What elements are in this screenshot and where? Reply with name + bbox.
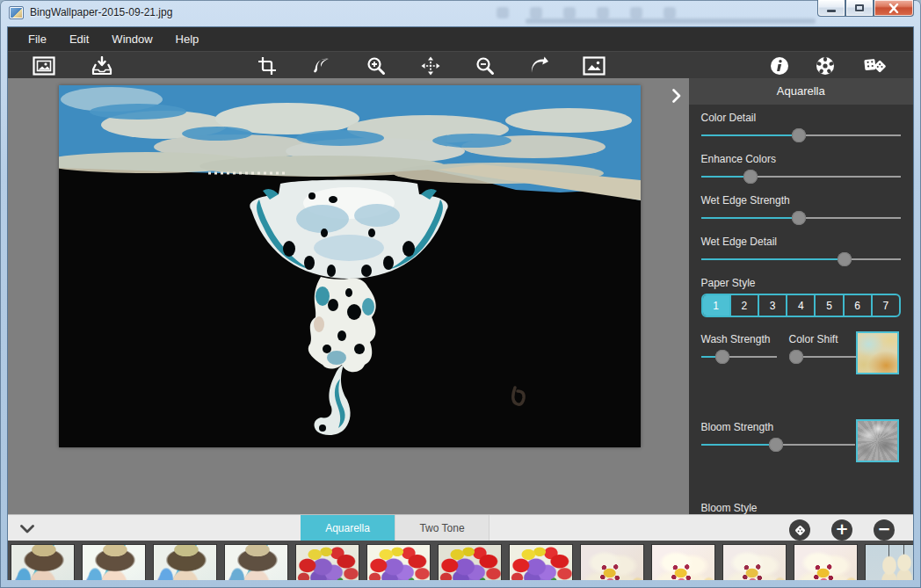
crop-button[interactable]: [255, 54, 279, 77]
wet-edge-detail-label: Wet Edge Detail: [701, 236, 902, 248]
style-thumbnail-12[interactable]: Style 12: [794, 545, 857, 580]
window-title: BingWallpaper-2015-09-21.jpg: [30, 6, 172, 18]
menu-help[interactable]: Help: [164, 27, 211, 51]
color-detail-group: Color Detail: [701, 112, 902, 142]
paper-style-5[interactable]: 5: [814, 295, 842, 316]
zoom-out-button[interactable]: [473, 54, 497, 77]
open-image-button[interactable]: [32, 54, 56, 77]
wet-edge-strength-slider[interactable]: [701, 211, 902, 225]
info-icon: [769, 55, 790, 76]
zoom-out-thumbs-button[interactable]: −: [874, 519, 895, 541]
tab-two-tone[interactable]: Two Tone: [395, 515, 490, 541]
save-button[interactable]: [90, 54, 114, 77]
style-thumbnail-02[interactable]: Style 02: [83, 545, 145, 580]
slider-knob[interactable]: [715, 350, 729, 364]
background-blur: [497, 7, 509, 18]
style-preview-image: [510, 545, 572, 580]
random-style-button[interactable]: [789, 519, 810, 541]
style-thumbnail-07[interactable]: Style 07: [439, 545, 501, 580]
color-detail-slider[interactable]: [701, 128, 902, 142]
title-bar[interactable]: BingWallpaper-2015-09-21.jpg: [0, 0, 921, 26]
rotate-left-icon: [311, 56, 332, 76]
zoom-out-icon: [475, 56, 495, 76]
style-thumbnail-03[interactable]: Style 03: [154, 545, 216, 580]
close-button[interactable]: [874, 0, 914, 17]
paper-style-6[interactable]: 6: [843, 295, 871, 316]
dice-icon: [863, 55, 888, 76]
style-thumbnail-01[interactable]: Style 01: [11, 545, 74, 580]
save-icon: [91, 56, 113, 76]
style-preview-image: [11, 545, 74, 580]
slider-knob[interactable]: [789, 350, 803, 364]
info-button[interactable]: [767, 54, 792, 77]
randomize-button[interactable]: [863, 54, 888, 77]
bloom-style-label: Bloom Style: [701, 502, 902, 514]
slider-knob[interactable]: [743, 170, 758, 184]
paper-style-group: Paper Style 1 2 3 4 5 6 7: [701, 277, 902, 317]
tab-aquarella[interactable]: Aquarella: [301, 515, 395, 541]
style-preview-image: [581, 545, 643, 580]
style-thumbnail-10[interactable]: Style 10: [652, 545, 714, 580]
style-preview-image: [154, 545, 216, 580]
main-area: Aquarella Color Detail Enhance Colors We…: [8, 78, 913, 514]
style-thumbnail-13[interactable]: Style 13: [866, 545, 913, 580]
pan-icon: [421, 56, 440, 76]
crop-icon: [257, 56, 277, 76]
menu-file[interactable]: File: [17, 27, 58, 51]
maximize-button[interactable]: [845, 0, 874, 17]
slider-knob[interactable]: [838, 252, 852, 266]
style-preview-image: [439, 545, 501, 580]
canvas-image[interactable]: [59, 85, 641, 447]
chevron-right-icon: [672, 89, 681, 103]
style-thumbnails: Style 01 Style 02 Style 03 Style 04 Styl…: [11, 545, 913, 580]
wet-edge-detail-group: Wet Edge Detail: [701, 236, 902, 266]
collapse-strip-button[interactable]: [18, 523, 36, 535]
slider-knob[interactable]: [792, 128, 806, 142]
rotate-right-button[interactable]: [527, 54, 552, 77]
style-thumbnail-09[interactable]: Style 09: [581, 545, 643, 580]
zoom-in-button[interactable]: [364, 54, 388, 77]
paper-style-2[interactable]: 2: [729, 295, 758, 316]
minimize-icon: [827, 10, 836, 12]
wash-strength-slider[interactable]: [701, 350, 777, 364]
compare-button[interactable]: [582, 54, 606, 77]
style-thumbnail-08[interactable]: Style 08: [510, 545, 572, 580]
minimize-button[interactable]: [817, 0, 845, 17]
style-thumbnail-05[interactable]: Style 05: [296, 545, 359, 580]
style-thumbnail-04[interactable]: Style 04: [225, 545, 287, 580]
slider-knob[interactable]: [769, 438, 783, 452]
wet-edge-strength-label: Wet Edge Strength: [701, 194, 902, 207]
canvas-area: [8, 78, 689, 514]
bloom-strength-slider[interactable]: [701, 438, 855, 452]
settings-button[interactable]: [813, 54, 838, 77]
zoom-in-thumbs-button[interactable]: +: [831, 519, 852, 541]
pan-button[interactable]: [418, 54, 443, 77]
wash-texture-preview[interactable]: [856, 331, 899, 374]
style-preview-image: [652, 545, 714, 580]
style-thumbnail-11[interactable]: Style 11: [723, 545, 786, 580]
panel-title: Aquarella: [689, 78, 914, 105]
panel-collapse-button[interactable]: [667, 85, 686, 106]
paper-style-1[interactable]: 1: [703, 295, 729, 316]
rotate-left-button[interactable]: [309, 54, 334, 77]
enhance-colors-slider[interactable]: [701, 170, 902, 184]
chevron-down-icon: [20, 525, 34, 534]
app-icon: [9, 6, 24, 19]
wash-color-group: Wash Strength Color Shift: [701, 333, 902, 395]
paper-style-4[interactable]: 4: [786, 295, 814, 316]
style-thumbnail-06[interactable]: Style 06: [367, 545, 430, 580]
bloom-texture-preview[interactable]: [856, 419, 899, 462]
wet-edge-detail-slider[interactable]: [701, 252, 902, 266]
window-controls: [817, 0, 914, 17]
toolbar: [8, 51, 913, 78]
paper-style-7[interactable]: 7: [871, 295, 899, 316]
slider-knob[interactable]: [792, 211, 806, 225]
close-icon: [888, 4, 899, 13]
paper-style-options: 1 2 3 4 5 6 7: [701, 294, 902, 317]
die-icon: [794, 524, 807, 537]
paper-style-3[interactable]: 3: [758, 295, 786, 316]
plus-icon: +: [835, 521, 848, 537]
menu-window[interactable]: Window: [100, 27, 163, 51]
menu-edit[interactable]: Edit: [58, 27, 100, 51]
background-blur: [526, 18, 816, 24]
